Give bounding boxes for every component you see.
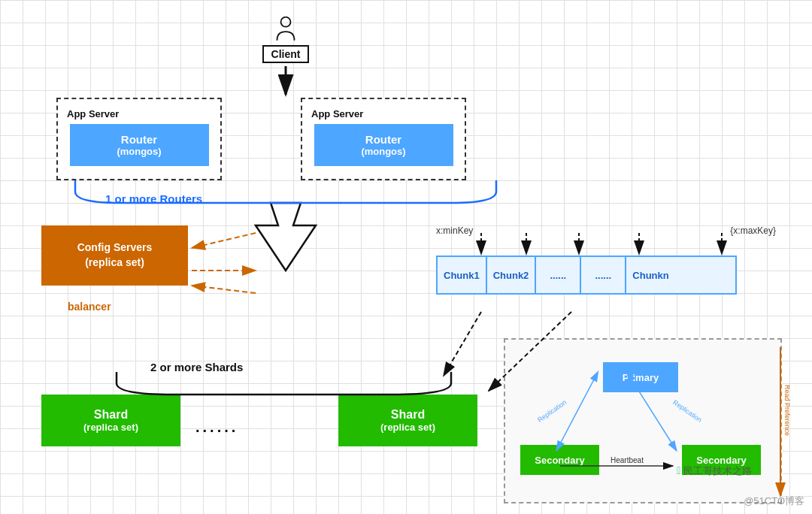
- config-servers-text: Config Servers: [77, 240, 153, 255]
- maxkey-label: {x:maxKey}: [730, 225, 776, 236]
- routers-label: 1 or more Routers: [105, 192, 202, 205]
- chunk-cell-1: Chunk1: [438, 257, 487, 293]
- shard-dots: ......: [195, 419, 238, 436]
- primary-box: Primary: [603, 362, 678, 392]
- shard-1-label: Shard: [56, 408, 165, 422]
- diagram-container: Client App Server Router (mongos) App Se…: [0, 0, 812, 514]
- client-node: Client: [248, 14, 323, 66]
- router-2-sub: (mongos): [329, 146, 438, 157]
- router-1-sub: (mongos): [85, 146, 194, 157]
- replica-set-inset: Primary Secondary Secondary Heartbeat Re…: [504, 338, 782, 503]
- shard-1-sub: (replica set): [56, 422, 165, 433]
- watermark-site: @51CTO博客: [744, 494, 804, 508]
- app-server-1-title: App Server: [67, 108, 119, 119]
- chunk-cell-4: ......: [581, 257, 626, 293]
- config-servers-label: Config Servers (replica set): [77, 240, 153, 270]
- shard-2-label: Shard: [353, 408, 462, 422]
- app-server-2-title: App Server: [311, 108, 363, 119]
- minkey-label: x:minKey: [436, 225, 473, 236]
- shard-box-1: Shard (replica set): [41, 395, 180, 446]
- chunk-cell-3: ......: [536, 257, 581, 293]
- watermark-name: 民工哥技术之路: [683, 465, 752, 476]
- heartbeat-label: Heartbeat: [611, 456, 644, 464]
- shard-2-sub: (replica set): [353, 422, 462, 433]
- router-1-label: Router: [85, 133, 194, 146]
- router-box-1: Router (mongos): [70, 124, 209, 166]
- shard-box-2: Shard (replica set): [338, 395, 477, 446]
- app-server-2: App Server Router (mongos): [301, 98, 466, 180]
- client-person-icon: [272, 17, 299, 44]
- shards-label: 2 or more Shards: [150, 361, 243, 373]
- app-server-1: App Server Router (mongos): [56, 98, 222, 180]
- chunks-area: Chunk1 Chunk2 ...... ...... Chunkn: [436, 255, 737, 308]
- client-label: Client: [262, 45, 310, 63]
- config-servers-box: Config Servers (replica set): [41, 225, 188, 286]
- config-servers-sub: (replica set): [77, 255, 153, 271]
- router-2-label: Router: [329, 133, 438, 146]
- svg-point-26: [281, 17, 291, 27]
- replication-label-right: Replication: [671, 398, 703, 424]
- primary-label: Primary: [623, 372, 659, 383]
- read-preference-label: Read Preference: [783, 385, 791, 436]
- balancer-label: balancer: [68, 301, 111, 313]
- watermark-wechat:  民工哥技术之路: [677, 464, 752, 478]
- secondary-box-1: Secondary: [520, 445, 599, 475]
- router-box-2: Router (mongos): [314, 124, 453, 166]
- replication-label-left: Replication: [536, 398, 568, 424]
- chunk-cell-2: Chunk2: [487, 257, 537, 293]
- chunk-cell-5: Chunkn: [626, 257, 674, 293]
- chunks-container: Chunk1 Chunk2 ...... ...... Chunkn: [436, 255, 737, 295]
- secondary-1-label: Secondary: [535, 455, 584, 466]
